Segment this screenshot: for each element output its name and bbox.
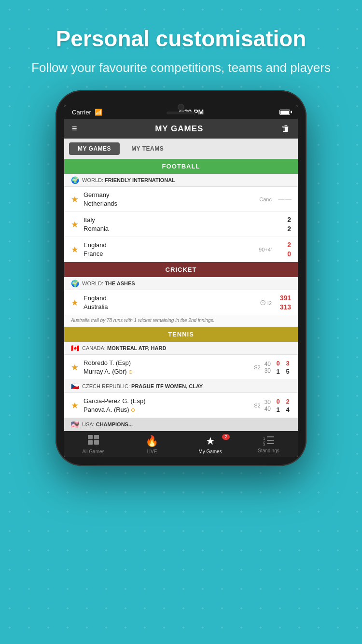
team-england-football: England xyxy=(84,241,252,249)
sport-header-cricket: CRICKET xyxy=(64,262,298,277)
points-robredo: 40 xyxy=(265,361,271,367)
match-garcia-panova[interactable]: ★ Garcia-Perez G. (Esp) Panova A. (Rus) … xyxy=(64,393,298,418)
team-france: France xyxy=(84,250,252,257)
games-garcia: 2 xyxy=(284,398,291,405)
nav-live[interactable]: 🔥 LIVE xyxy=(123,431,181,457)
nav-label-live: LIVE xyxy=(147,449,157,454)
flag-world-cricket: 🌍 xyxy=(71,280,79,287)
nav-standings[interactable]: 1 2 3 Standings xyxy=(239,431,298,457)
scores-germany: — — xyxy=(277,196,291,203)
score-dashes: — — xyxy=(278,196,291,203)
competition-friendly-intl: 🌍 WORLD: FRIENDLY INTERNATIONAL xyxy=(64,174,298,187)
score-romania: 2 xyxy=(287,225,291,233)
team-robredo: Robredo T. (Esp) xyxy=(84,359,254,366)
team-panova: Panova A. (Rus) ⊙ xyxy=(84,406,254,413)
competition-label-usa: USA: CHAMPIONS... xyxy=(82,421,133,427)
battery-icon xyxy=(279,110,290,115)
team-murray: Murray A. (Gbr) ⊙ xyxy=(84,368,254,375)
match-robredo-murray[interactable]: ★ Robredo T. (Esp) Murray A. (Gbr) ⊙ S2 … xyxy=(64,355,298,380)
set-garcia: 0 xyxy=(275,398,281,405)
tennis-games-garcia: 2 4 xyxy=(284,398,291,413)
competition-montreal: 🇨🇦 CANADA: MONTREAL ATP, HARD xyxy=(64,342,298,355)
set-murray: 1 xyxy=(275,368,281,375)
games-murray: 5 xyxy=(284,368,291,375)
match-germany-netherlands[interactable]: ★ Germany Netherlands Canc — — xyxy=(64,187,298,212)
nav-label-all-games: All Games xyxy=(82,449,104,454)
team-romania: Romania xyxy=(84,225,252,232)
team-garcia: Garcia-Perez G. (Esp) xyxy=(84,397,254,405)
set-robredo: 0 xyxy=(275,360,281,367)
competition-ashes: 🌍 WORLD: THE ASHES xyxy=(64,277,298,290)
star-cricket[interactable]: ★ xyxy=(71,297,79,308)
nav-all-games[interactable]: All Games xyxy=(64,431,123,457)
nav-my-games[interactable]: ★ 7 My Games xyxy=(181,431,239,457)
star-robredo[interactable]: ★ xyxy=(71,362,79,373)
games-panova: 4 xyxy=(284,406,291,413)
trash-icon[interactable]: 🗑 xyxy=(281,124,290,134)
tabs-row: MY GAMES MY TEAMS xyxy=(64,139,298,159)
star-italy[interactable]: ★ xyxy=(71,219,79,230)
score-italy: 2 xyxy=(287,216,291,224)
phone-camera xyxy=(178,104,184,111)
teams-garcia-panova: Garcia-Perez G. (Esp) Panova A. (Rus) ⊙ xyxy=(84,397,254,413)
my-games-icon: ★ xyxy=(206,435,215,448)
competition-prague: 🇨🇿 CZECH REPUBLIC: PRAGUE ITF WOMEN, CLA… xyxy=(64,380,298,393)
svg-rect-0 xyxy=(88,435,93,439)
team-germany: Germany xyxy=(84,191,252,198)
competition-label-football: WORLD: FRIENDLY INTERNATIONAL xyxy=(82,177,175,183)
svg-rect-8 xyxy=(267,440,274,441)
tab-my-games[interactable]: MY GAMES xyxy=(69,142,120,155)
sport-header-tennis: TENNIS xyxy=(64,327,298,342)
app-title: MY GAMES xyxy=(155,124,203,134)
status-robredo: S2 xyxy=(254,364,260,370)
score-england-football: 2 xyxy=(287,241,291,249)
phone-notch xyxy=(64,99,298,105)
teams-italy-romania: Italy Romania xyxy=(84,216,252,232)
scores-england-france: 2 0 xyxy=(277,241,291,258)
sport-header-football: FOOTBALL xyxy=(64,159,298,174)
flag-usa: 🇺🇸 xyxy=(71,420,79,428)
tab-my-teams[interactable]: MY TEAMS xyxy=(123,142,172,155)
match-england-france[interactable]: ★ England France 90+4' 2 0 xyxy=(64,237,298,262)
scores-italy: 2 2 xyxy=(277,216,291,233)
svg-rect-7 xyxy=(267,436,274,437)
team-england-cricket: England xyxy=(84,294,252,302)
score-australia: 313 xyxy=(280,303,291,311)
status-cricket: ⊙ I2 xyxy=(252,298,272,307)
points-panova: 40 xyxy=(265,406,271,412)
team-italy: Italy xyxy=(84,216,252,224)
teams-england-australia: England Australia xyxy=(84,294,252,310)
competition-label-cricket: WORLD: THE ASHES xyxy=(82,280,135,286)
nav-label-my-games: My Games xyxy=(198,449,222,454)
teams-robredo-murray: Robredo T. (Esp) Murray A. (Gbr) ⊙ xyxy=(84,359,254,375)
teams-germany-netherlands: Germany Netherlands xyxy=(84,191,252,207)
svg-rect-9 xyxy=(267,443,274,444)
nav-label-standings: Standings xyxy=(258,448,279,453)
points-garcia: 30 xyxy=(265,399,271,406)
tennis-sets-garcia: 0 1 xyxy=(275,398,281,413)
star-england-france[interactable]: ★ xyxy=(71,244,79,255)
header-section: Personal customisation Follow your favou… xyxy=(0,0,362,90)
carrier-label: Carrier 📶 xyxy=(72,109,102,116)
phone-screen: Carrier 📶 4:30 PM ≡ MY GAMES 🗑 MY GAMES … xyxy=(64,105,298,457)
live-icon: 🔥 xyxy=(145,435,158,448)
standings-icon: 1 2 3 xyxy=(263,436,275,447)
flag-canada: 🇨🇦 xyxy=(71,344,79,352)
menu-icon[interactable]: ≡ xyxy=(72,124,77,134)
competition-label-tennis2: CZECH REPUBLIC: PRAGUE ITF WOMEN, CLAY xyxy=(82,383,203,389)
score-france: 0 xyxy=(287,250,291,258)
score-england-cricket: 391 xyxy=(280,294,291,302)
phone-frame: Carrier 📶 4:30 PM ≡ MY GAMES 🗑 MY GAMES … xyxy=(56,90,306,466)
star-germany[interactable]: ★ xyxy=(71,194,79,205)
match-italy-romania[interactable]: ★ Italy Romania 2 2 xyxy=(64,212,298,237)
match-england-australia[interactable]: ★ England Australia ⊙ I2 391 313 xyxy=(64,290,298,315)
cricket-commentary: Australia trail by 78 runs with 1 wicket… xyxy=(64,315,298,327)
all-games-icon xyxy=(88,435,99,448)
bottom-nav: All Games 🔥 LIVE ★ 7 My Games 1 2 3 xyxy=(64,431,298,457)
phone-speaker xyxy=(167,112,195,114)
star-garcia[interactable]: ★ xyxy=(71,400,79,411)
svg-rect-1 xyxy=(94,435,99,439)
svg-rect-3 xyxy=(94,440,99,445)
status-garcia: S2 xyxy=(254,403,260,408)
status-germany: Canc xyxy=(252,196,272,202)
